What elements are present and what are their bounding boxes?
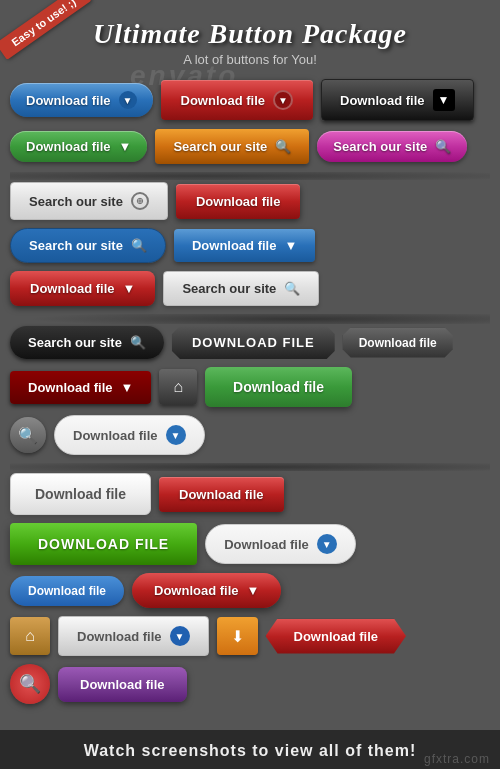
light-search-btn[interactable]: Search our site ⊕ [10, 182, 168, 220]
search-icon: 🔍 [19, 673, 41, 695]
btn-label: Download file [340, 93, 425, 108]
red-rounded-download-btn[interactable]: Download file ▼ [10, 271, 155, 306]
home-icon: ⌂ [25, 627, 35, 645]
btn-label: Download file [294, 629, 379, 644]
btn-label: Download file [196, 194, 281, 209]
light-search-btn-2[interactable]: Search our site 🔍 [163, 271, 319, 306]
green-upper-download-btn[interactable]: DOWNLOAD FILE [10, 523, 197, 565]
btn-label: Download file [28, 380, 113, 395]
search-icon: 🔍 [130, 335, 146, 350]
gray-hex-download-btn[interactable]: Download file [343, 328, 453, 358]
btn-label: Download file [26, 139, 111, 154]
footer-text: Watch screenshots to view all of them! [84, 742, 417, 759]
btn-label: Download file [35, 486, 126, 502]
search-icon: 🔍 [275, 139, 291, 154]
btn-label: Search our site [333, 139, 427, 154]
blue-circle-icon-2: ▼ [317, 534, 337, 554]
white-arrow-download-btn-2[interactable]: Download file ▼ [205, 524, 356, 564]
btn-label: Download file [192, 238, 277, 253]
btn-label: Download file [80, 677, 165, 692]
btn-label: Search our site [182, 281, 276, 296]
black-pill-search-btn[interactable]: Search our site 🔍 [10, 326, 164, 359]
button-row-7: Download file ▼ ⌂ Download file [10, 367, 490, 407]
search-icon: 🔍 [284, 281, 300, 296]
button-row-4: Search our site 🔍 Download file ▼ [10, 228, 490, 263]
arrow-down-icon: ▼ [123, 281, 136, 296]
red-search-circle-btn[interactable]: 🔍 [10, 664, 50, 704]
btn-label: DOWNLOAD FILE [192, 335, 315, 350]
circle-arrow-icon: ▼ [273, 90, 293, 110]
orange-download-circle-btn[interactable]: ⬇ [217, 617, 258, 655]
btn-label: Download file [26, 93, 111, 108]
button-row-1: Download file ▼ Download file ▼ Download… [10, 79, 490, 121]
btn-label: Download file [359, 336, 437, 350]
dark-download-btn[interactable]: Download file ▼ [321, 79, 474, 121]
button-row-6: Search our site 🔍 DOWNLOAD FILE Download… [10, 326, 490, 359]
btn-label: Download file [179, 487, 264, 502]
btn-label: DOWNLOAD FILE [38, 536, 169, 552]
blue-download-icon: ▼ [170, 626, 190, 646]
red-hex-download-btn[interactable]: Download file [266, 619, 407, 654]
btn-label: Search our site [29, 238, 123, 253]
btn-label: Search our site [28, 335, 122, 350]
search-circle-btn[interactable]: 🔍 [10, 417, 46, 453]
white-download-btn[interactable]: Download file ▼ [58, 616, 209, 656]
button-row-13: 🔍 Download file [10, 664, 490, 704]
blue-pill-sm-download-btn[interactable]: Download file [10, 576, 124, 606]
btn-label: Download file [73, 428, 158, 443]
arrow-down-icon: ▼ [119, 139, 132, 154]
search-icon: ⊕ [131, 192, 149, 210]
btn-label: Download file [77, 629, 162, 644]
btn-label: Download file [233, 379, 324, 395]
search-icon: 🔍 [435, 139, 451, 154]
green-large-download-btn[interactable]: Download file [205, 367, 352, 407]
blue-pill-download-btn[interactable]: Download file ▼ [10, 83, 153, 117]
button-row-12: ⌂ Download file ▼ ⬇ Download file [10, 616, 490, 656]
home-btn[interactable]: ⌂ [159, 369, 197, 405]
button-row-3: Search our site ⊕ Download file [10, 182, 490, 220]
arrow-down-icon: ▼ [121, 380, 134, 395]
button-row-9: Download file Download file [10, 473, 490, 515]
btn-label: Download file [224, 537, 309, 552]
button-row-2: Download file ▼ Search our site 🔍 Search… [10, 129, 490, 164]
red-download-btn[interactable]: Download file ▼ [161, 80, 314, 120]
btn-label: Search our site [29, 194, 123, 209]
btn-label: Search our site [173, 139, 267, 154]
red-download-btn-3[interactable]: Download file [159, 477, 284, 512]
pink-search-btn[interactable]: Search our site 🔍 [317, 131, 467, 162]
white-arrow-download-btn[interactable]: Download file ▼ [54, 415, 205, 455]
red-pill-download-btn[interactable]: Download file ▼ [132, 573, 281, 608]
btn-label: Download file [30, 281, 115, 296]
btn-label: Download file [28, 584, 106, 598]
brush-stroke-divider-2 [10, 314, 490, 324]
page-subtitle: A lot of buttons for You! [10, 52, 490, 67]
arrow-box-icon: ▼ [433, 89, 455, 111]
button-row-11: Download file Download file ▼ [10, 573, 490, 608]
green-pill-download-btn[interactable]: Download file ▼ [10, 131, 147, 162]
search-icon: 🔍 [18, 426, 38, 445]
blue-circle-icon: ▼ [166, 425, 186, 445]
search-icon: 🔍 [131, 238, 147, 253]
arrow-down-icon: ▼ [284, 238, 297, 253]
brush-stroke-divider-3 [10, 463, 490, 471]
darkred-download-btn[interactable]: Download file ▼ [10, 371, 151, 404]
arrow-down-icon: ▼ [247, 583, 260, 598]
orange-search-btn[interactable]: Search our site 🔍 [155, 129, 309, 164]
button-row-5: Download file ▼ Search our site 🔍 [10, 271, 490, 306]
purple-download-btn[interactable]: Download file [58, 667, 187, 702]
blue-rect-download-btn[interactable]: Download file ▼ [174, 229, 315, 262]
page-title: Ultimate Button Package [10, 18, 490, 50]
white-large-download-btn[interactable]: Download file [10, 473, 151, 515]
black-hex-download-btn[interactable]: DOWNLOAD FILE [172, 326, 335, 359]
button-row-10: DOWNLOAD FILE Download file ▼ [10, 523, 490, 565]
home-orange-btn[interactable]: ⌂ [10, 617, 50, 655]
button-row-8: 🔍 Download file ▼ [10, 415, 490, 455]
blue-pill-search-btn[interactable]: Search our site 🔍 [10, 228, 166, 263]
brush-stroke-divider [10, 172, 490, 180]
gfxtra-watermark: gfxtra.com [424, 752, 490, 766]
red-download-btn-2[interactable]: Download file [176, 184, 301, 219]
arrow-down-icon: ▼ [119, 91, 137, 109]
download-icon: ⬇ [231, 627, 244, 646]
btn-label: Download file [181, 93, 266, 108]
btn-label: Download file [154, 583, 239, 598]
